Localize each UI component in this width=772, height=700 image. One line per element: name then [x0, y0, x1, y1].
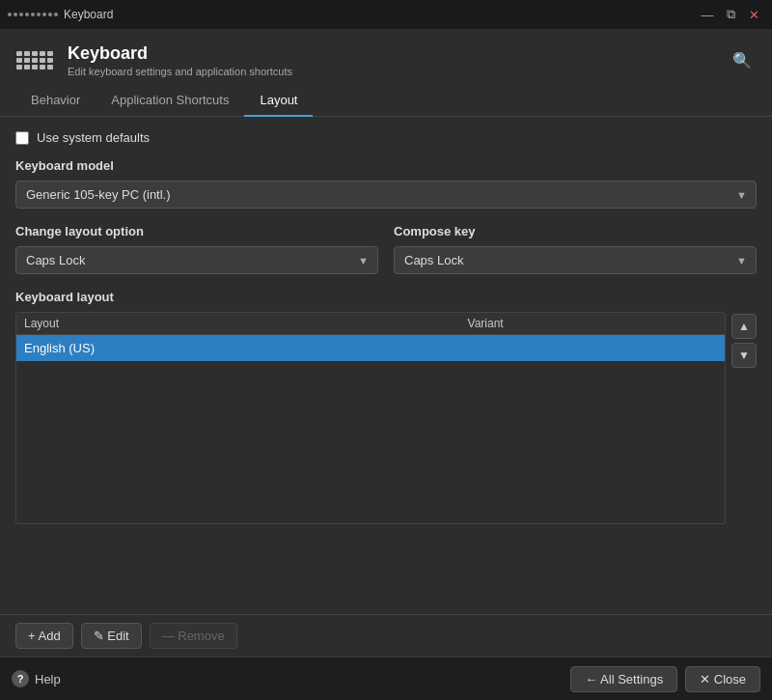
compose-key-label: Compose key [394, 224, 757, 238]
search-button[interactable]: 🔍 [728, 45, 757, 74]
tab-application-shortcuts[interactable]: Application Shortcuts [96, 85, 244, 117]
app-subtitle: Edit keyboard settings and application s… [68, 66, 714, 77]
footer-right: ← All Settings ✕ Close [570, 666, 760, 692]
table-header-row: Layout Variant [16, 313, 725, 335]
variant-cell [460, 335, 725, 362]
table-row[interactable]: English (US) [16, 335, 725, 362]
table-head: Layout Variant [16, 313, 725, 335]
use-system-defaults-label[interactable]: Use system defaults [37, 130, 150, 145]
add-button[interactable]: + Add [15, 623, 73, 649]
remove-button[interactable]: — Remove [150, 623, 237, 649]
layout-cell: English (US) [16, 335, 460, 362]
keyboard-layout-label: Keyboard layout [15, 290, 757, 304]
help-label: Help [35, 672, 61, 686]
move-up-button[interactable]: ▲ [731, 314, 757, 339]
help-button[interactable]: ? Help [12, 670, 61, 687]
change-layout-group: Change layout option Caps Lock ▼ [15, 224, 378, 274]
footer-bar: ? Help ← All Settings ✕ Close [0, 657, 772, 700]
grid-menu-icon [8, 13, 58, 16]
tab-layout[interactable]: Layout [244, 85, 313, 117]
keyboard-model-dropdown-container: Generic 105-key PC (intl.) ▼ [15, 181, 757, 209]
titlebar-close-button[interactable]: ✕ [743, 4, 764, 25]
keyboard-model-dropdown[interactable]: Generic 105-key PC (intl.) [15, 181, 757, 209]
col-variant-header: Variant [460, 313, 725, 335]
titlebar-left: Keyboard [8, 8, 113, 21]
titlebar-title: Keyboard [64, 8, 113, 21]
tab-behavior[interactable]: Behavior [15, 85, 96, 117]
titlebar: Keyboard — ⧉ ✕ [0, 0, 772, 29]
compose-key-dropdown-container: Caps Lock ▼ [394, 246, 757, 274]
compose-key-dropdown[interactable]: Caps Lock [394, 246, 757, 274]
keyboard-layout-section: Keyboard layout Layout Variant English (… [15, 290, 757, 524]
app-header: Keyboard Edit keyboard settings and appl… [0, 29, 772, 79]
table-body: English (US) [16, 335, 725, 362]
main-content: Use system defaults Keyboard model Gener… [0, 117, 772, 546]
keyboard-model-label: Keyboard model [15, 158, 757, 173]
titlebar-controls: — ⧉ ✕ [697, 4, 764, 25]
app-title: Keyboard [68, 43, 714, 64]
move-down-button[interactable]: ▼ [731, 343, 757, 368]
bottom-actions: + Add ✎ Edit — Remove [0, 614, 772, 657]
app-title-block: Keyboard Edit keyboard settings and appl… [68, 43, 714, 77]
all-settings-button[interactable]: ← All Settings [570, 666, 677, 692]
layout-table: Layout Variant English (US) [16, 313, 725, 361]
compose-key-group: Compose key Caps Lock ▼ [394, 224, 757, 274]
change-layout-dropdown[interactable]: Caps Lock [15, 246, 378, 274]
app-icon [15, 41, 54, 79]
use-system-defaults-checkbox[interactable] [15, 131, 29, 145]
close-button[interactable]: ✕ Close [685, 666, 760, 692]
help-icon: ? [12, 670, 29, 687]
change-layout-label: Change layout option [15, 224, 378, 238]
layout-table-area[interactable]: Layout Variant English (US) [15, 312, 726, 524]
two-col-options: Change layout option Caps Lock ▼ Compose… [15, 224, 757, 274]
col-layout-header: Layout [16, 313, 460, 335]
tabs-bar: Behavior Application Shortcuts Layout [0, 85, 772, 117]
titlebar-minimize-button[interactable]: — [697, 4, 718, 25]
change-layout-dropdown-container: Caps Lock ▼ [15, 246, 378, 274]
use-system-defaults-row: Use system defaults [15, 130, 757, 145]
table-wrapper: Layout Variant English (US) ▲ ▼ [15, 312, 757, 524]
edit-button[interactable]: ✎ Edit [81, 623, 142, 649]
titlebar-restore-button[interactable]: ⧉ [720, 4, 741, 25]
arrow-column: ▲ ▼ [731, 312, 757, 524]
